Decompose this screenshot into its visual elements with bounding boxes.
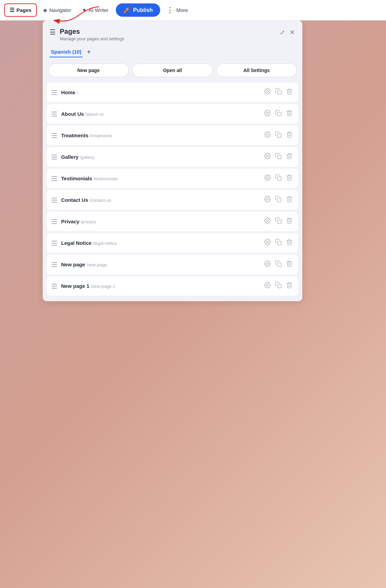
pages-panel: ☰ Pages Manage your pages and settings ⤢…: [43, 20, 302, 301]
drag-handle-icon: [52, 262, 57, 267]
ai-writer-icon: ✦: [82, 7, 86, 13]
delete-icon[interactable]: [285, 195, 293, 205]
page-item-left: New page /new-page: [52, 262, 107, 268]
svg-rect-20: [278, 284, 281, 288]
settings-icon[interactable]: [263, 281, 272, 291]
settings-icon[interactable]: [263, 109, 272, 119]
page-item[interactable]: Privacy /privacy: [47, 212, 298, 231]
more-dots-icon: ⋮: [166, 6, 174, 15]
delete-icon[interactable]: [285, 152, 293, 162]
duplicate-icon[interactable]: [274, 152, 282, 162]
delete-icon[interactable]: [285, 130, 293, 140]
publish-label: Publish: [133, 7, 153, 13]
delete-icon[interactable]: [285, 216, 293, 226]
svg-point-3: [267, 112, 268, 114]
page-item[interactable]: About Us /about-us: [47, 104, 298, 124]
delete-icon[interactable]: [285, 173, 293, 183]
duplicate-icon[interactable]: [274, 173, 282, 183]
pages-list: Home /: [43, 83, 302, 301]
settings-icon[interactable]: [263, 173, 272, 183]
svg-rect-8: [278, 155, 281, 159]
page-item-actions: [263, 281, 293, 291]
drag-handle-icon: [52, 219, 57, 224]
publish-button[interactable]: 🚀 Publish: [116, 3, 160, 17]
page-item-actions: [263, 152, 293, 162]
page-item-actions: [263, 173, 293, 183]
page-slug: /testimonials: [92, 176, 118, 181]
svg-rect-2: [278, 91, 281, 95]
page-name: Treatments: [61, 132, 88, 138]
page-item-left: Contact Us /contact-us: [52, 197, 111, 203]
drag-handle-icon: [52, 240, 57, 246]
duplicate-icon[interactable]: [274, 87, 282, 97]
delete-icon[interactable]: [285, 87, 293, 97]
page-slug: /new-page-1: [89, 284, 115, 289]
settings-icon[interactable]: [263, 152, 272, 162]
toolbar: ☰ Pages ◈ Navigator ✦ AI Writer 🚀 Publis…: [0, 0, 386, 20]
page-item[interactable]: New page 1 /new-page-1: [47, 276, 298, 296]
page-name: Gallery: [61, 154, 79, 160]
duplicate-icon[interactable]: [274, 260, 282, 269]
page-name: About Us: [61, 111, 84, 117]
duplicate-icon[interactable]: [274, 216, 282, 226]
page-item[interactable]: Home /: [47, 83, 298, 102]
page-item[interactable]: Testimonials /testimonials: [47, 169, 298, 188]
panel-title: Pages: [60, 27, 124, 36]
drag-handle-icon: [52, 111, 57, 117]
navigator-button[interactable]: ◈ Navigator: [38, 4, 76, 16]
delete-icon[interactable]: [285, 109, 293, 119]
pages-button[interactable]: ☰ Pages: [4, 3, 37, 17]
panel-header: ☰ Pages Manage your pages and settings ⤢…: [43, 20, 302, 41]
page-item[interactable]: Treatments /treatments: [47, 126, 298, 145]
settings-icon[interactable]: [263, 238, 272, 248]
ai-writer-button[interactable]: ✦ AI Writer: [77, 4, 113, 16]
delete-icon[interactable]: [285, 238, 293, 248]
svg-point-17: [267, 263, 268, 265]
page-item[interactable]: Legal Notice /legal-notice: [47, 233, 298, 253]
page-name: Home: [61, 89, 75, 95]
panel-header-left: ☰ Pages Manage your pages and settings: [50, 27, 124, 41]
page-item[interactable]: Contact Us /contact-us: [47, 190, 298, 210]
page-item-actions: [263, 87, 293, 97]
page-slug: /legal-notice: [92, 241, 117, 246]
all-settings-button[interactable]: All Settings: [216, 64, 297, 77]
drag-handle-icon: [52, 176, 57, 181]
pages-label: Pages: [16, 7, 31, 13]
open-all-button[interactable]: Open all: [132, 64, 213, 77]
svg-rect-10: [278, 177, 281, 181]
expand-button[interactable]: ⤢: [279, 28, 286, 37]
duplicate-icon[interactable]: [274, 130, 282, 140]
page-slug: /contact-us: [88, 198, 111, 203]
settings-icon[interactable]: [263, 195, 272, 205]
page-slug: /privacy: [79, 219, 96, 224]
duplicate-icon[interactable]: [274, 109, 282, 119]
page-slug: /about-us: [84, 112, 104, 117]
add-tab-button[interactable]: +: [84, 47, 94, 57]
drag-handle-icon: [52, 90, 57, 95]
more-button[interactable]: ⋮ More: [162, 3, 193, 17]
delete-icon[interactable]: [285, 281, 293, 291]
svg-point-15: [267, 241, 268, 243]
settings-icon[interactable]: [263, 130, 272, 140]
duplicate-icon[interactable]: [274, 195, 282, 205]
duplicate-icon[interactable]: [274, 281, 282, 291]
page-item[interactable]: New page /new-page: [47, 255, 298, 274]
settings-icon[interactable]: [263, 87, 272, 97]
page-item-left: About Us /about-us: [52, 111, 104, 117]
settings-icon[interactable]: [263, 216, 272, 226]
page-item-left: Legal Notice /legal-notice: [52, 240, 117, 246]
new-page-button[interactable]: New page: [48, 64, 129, 77]
hamburger-icon: ☰: [10, 7, 14, 13]
tabs-row: Spanish (10) +: [43, 41, 302, 57]
delete-icon[interactable]: [285, 260, 293, 269]
page-slug: /gallery: [79, 155, 94, 160]
svg-rect-6: [278, 134, 281, 138]
tab-spanish[interactable]: Spanish (10): [50, 47, 83, 57]
duplicate-icon[interactable]: [274, 238, 282, 248]
close-button[interactable]: ✕: [289, 28, 295, 37]
settings-icon[interactable]: [263, 260, 272, 269]
page-item-left: Gallery /gallery: [52, 154, 94, 160]
actions-row: New page Open all All Settings: [43, 57, 302, 83]
panel-header-actions: ⤢ ✕: [279, 28, 295, 37]
page-item[interactable]: Gallery /gallery: [47, 147, 298, 167]
